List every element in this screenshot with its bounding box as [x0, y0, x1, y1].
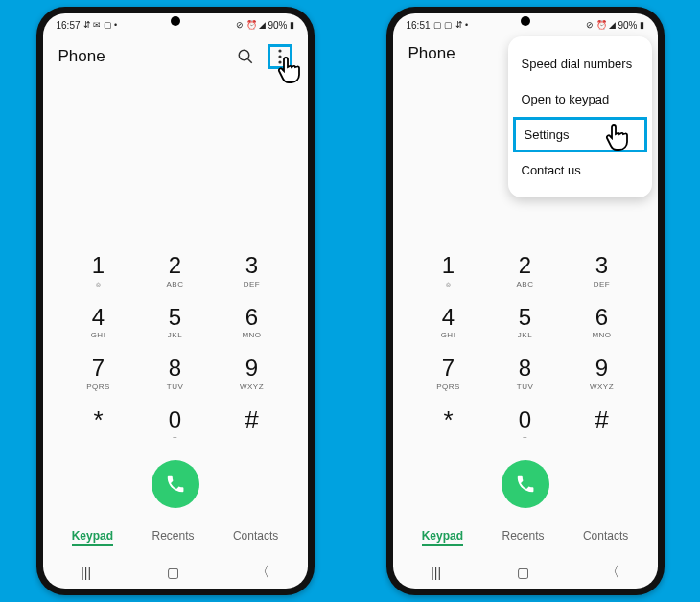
svg-point-2 — [278, 49, 281, 52]
key-3[interactable]: 3DEF — [219, 249, 286, 292]
tab-recents[interactable]: Recents — [502, 529, 544, 546]
status-time: 16:51 — [407, 20, 431, 31]
battery-text: 90% — [618, 20, 637, 31]
key-4[interactable]: 4GHI — [65, 301, 132, 344]
key-1[interactable]: 1⌾ — [415, 249, 482, 292]
voicemail-icon: ⌾ — [65, 280, 132, 289]
key-5[interactable]: 5JKL — [142, 301, 209, 344]
tab-contacts[interactable]: Contacts — [583, 529, 628, 546]
app-title: Phone — [408, 44, 455, 63]
svg-line-1 — [247, 58, 252, 63]
key-5[interactable]: 5JKL — [492, 301, 559, 344]
camera-notch — [521, 16, 530, 26]
key-0[interactable]: 0+ — [142, 404, 209, 447]
battery-icon: ▮ — [290, 20, 294, 30]
key-1[interactable]: 1⌾ — [65, 249, 132, 292]
bottom-tabs: Keypad Recents Contacts — [43, 523, 308, 556]
key-hash[interactable]: # — [219, 404, 286, 447]
svg-point-3 — [278, 55, 281, 58]
more-options-icon[interactable] — [268, 44, 292, 69]
nav-recents[interactable]: ||| — [431, 565, 441, 580]
bottom-tabs: Keypad Recents Contacts — [393, 523, 658, 556]
call-button[interactable] — [152, 460, 199, 508]
key-9[interactable]: 9WXYZ — [219, 352, 286, 395]
svg-point-4 — [278, 60, 281, 63]
search-icon[interactable] — [233, 44, 258, 69]
key-0[interactable]: 0+ — [492, 404, 559, 447]
key-2[interactable]: 2ABC — [492, 249, 559, 292]
key-9[interactable]: 9WXYZ — [569, 352, 636, 395]
call-button[interactable] — [502, 460, 549, 508]
battery-text: 90% — [268, 20, 287, 31]
menu-contact-us[interactable]: Contact us — [508, 152, 652, 188]
key-2[interactable]: 2ABC — [142, 249, 209, 292]
key-3[interactable]: 3DEF — [569, 249, 636, 292]
key-7[interactable]: 7PQRS — [65, 352, 132, 395]
tab-contacts[interactable]: Contacts — [233, 529, 278, 546]
key-star[interactable]: * — [415, 404, 482, 447]
nav-home[interactable]: ▢ — [517, 565, 529, 580]
status-icons-right: ⊘ ⏰ ◢ — [236, 20, 266, 30]
status-time: 16:57 — [57, 20, 81, 31]
app-header: Phone — [43, 35, 308, 77]
keypad: 1⌾ 2ABC 3DEF 4GHI 5JKL 6MNO 7PQRS 8TUV 9… — [393, 249, 658, 523]
system-navbar: ||| ▢ 〈 — [43, 556, 308, 589]
menu-speed-dial[interactable]: Speed dial numbers — [508, 46, 652, 81]
key-8[interactable]: 8TUV — [492, 352, 559, 395]
key-8[interactable]: 8TUV — [142, 352, 209, 395]
status-icons-left: ▢ ▢ ⇵ • — [433, 20, 469, 30]
svg-point-0 — [239, 50, 249, 60]
overflow-menu: Speed dial numbers Open to keypad Settin… — [508, 36, 652, 197]
key-6[interactable]: 6MNO — [569, 301, 636, 344]
system-navbar: ||| ▢ 〈 — [393, 556, 658, 589]
key-star[interactable]: * — [65, 404, 132, 447]
phone-frame-right: 16:51 ▢ ▢ ⇵ • ⊘ ⏰ ◢ 90% ▮ Phone Speed di… — [386, 7, 665, 595]
camera-notch — [171, 16, 180, 26]
key-hash[interactable]: # — [569, 404, 636, 447]
nav-recents[interactable]: ||| — [81, 565, 91, 580]
nav-back[interactable]: 〈 — [256, 564, 269, 581]
phone-frame-left: 16:57 ⇵ ✉ ▢ • ⊘ ⏰ ◢ 90% ▮ Phone — [36, 7, 315, 595]
keypad: 1⌾ 2ABC 3DEF 4GHI 5JKL 6MNO 7PQRS 8TUV 9… — [43, 249, 308, 523]
battery-icon: ▮ — [640, 20, 644, 30]
tab-keypad[interactable]: Keypad — [422, 529, 463, 546]
phone-screen-left: 16:57 ⇵ ✉ ▢ • ⊘ ⏰ ◢ 90% ▮ Phone — [43, 13, 308, 589]
key-7[interactable]: 7PQRS — [415, 352, 482, 395]
nav-home[interactable]: ▢ — [167, 565, 179, 580]
status-icons-right: ⊘ ⏰ ◢ — [586, 20, 616, 30]
nav-back[interactable]: 〈 — [606, 564, 619, 581]
menu-settings[interactable]: Settings — [513, 117, 647, 152]
key-6[interactable]: 6MNO — [219, 301, 286, 344]
status-icons-left: ⇵ ✉ ▢ • — [83, 20, 118, 30]
menu-open-keypad[interactable]: Open to keypad — [508, 81, 652, 117]
phone-screen-right: 16:51 ▢ ▢ ⇵ • ⊘ ⏰ ◢ 90% ▮ Phone Speed di… — [393, 13, 658, 589]
voicemail-icon: ⌾ — [415, 280, 482, 289]
key-4[interactable]: 4GHI — [415, 301, 482, 344]
tab-keypad[interactable]: Keypad — [72, 529, 113, 546]
tab-recents[interactable]: Recents — [152, 529, 194, 546]
app-title: Phone — [58, 47, 105, 66]
